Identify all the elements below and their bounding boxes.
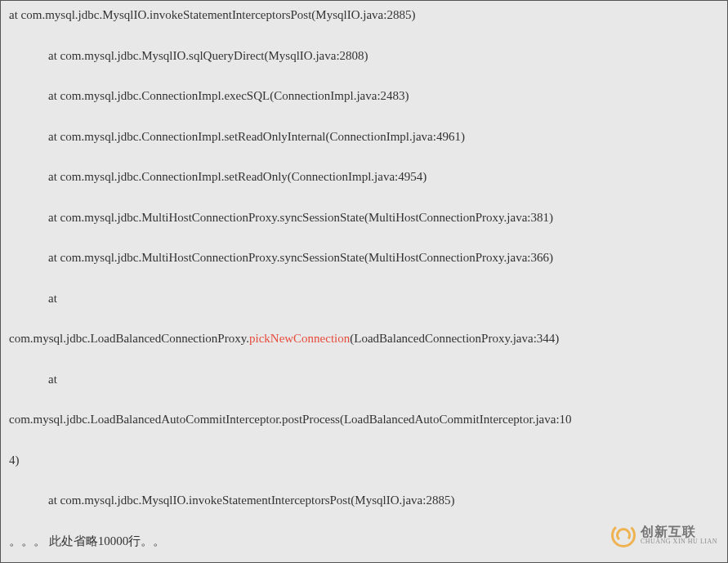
svg-point-1 (614, 526, 632, 543)
watermark: 创新互联 CHUANG XIN HU LIAN (611, 523, 717, 547)
stack-line: at com.mysql.jdbc.MultiHostConnectionPro… (9, 250, 719, 266)
stack-line-highlight: com.mysql.jdbc.LoadBalancedConnectionPro… (9, 331, 719, 347)
stack-text: com.mysql.jdbc.LoadBalancedConnectionPro… (9, 332, 249, 345)
stack-line: at com.mysql.jdbc.MysqlIO.invokeStatemen… (9, 7, 719, 24)
stack-line: at com.mysql.jdbc.ConnectionImpl.execSQL… (9, 88, 719, 105)
highlight-method: pickNewConnection (249, 332, 350, 345)
stacktrace-block: at com.mysql.jdbc.MysqlIO.invokeStatemen… (9, 7, 719, 549)
svg-point-0 (611, 523, 636, 547)
stack-line: at com.mysql.jdbc.MysqlIO.sqlQueryDirect… (9, 48, 719, 65)
watermark-sub-text: CHUANG XIN HU LIAN (641, 538, 717, 545)
stack-line: at (9, 291, 719, 307)
watermark-text: 创新互联 CHUANG XIN HU LIAN (641, 525, 717, 545)
stack-line: 4) (9, 453, 719, 469)
stack-line: com.mysql.jdbc.LoadBalancedAutoCommitInt… (9, 412, 719, 428)
stack-line: at com.mysql.jdbc.MysqlIO.invokeStatemen… (9, 493, 719, 509)
stack-line: at com.mysql.jdbc.ConnectionImpl.setRead… (9, 169, 719, 185)
stack-text: (LoadBalancedConnectionProxy.java:344) (350, 332, 559, 345)
stack-line: at com.mysql.jdbc.MultiHostConnectionPro… (9, 210, 719, 226)
watermark-logo-icon (611, 523, 636, 547)
stack-line: at com.mysql.jdbc.ConnectionImpl.setRead… (9, 129, 719, 145)
watermark-main-text: 创新互联 (641, 525, 717, 538)
stack-line: at (9, 372, 719, 388)
